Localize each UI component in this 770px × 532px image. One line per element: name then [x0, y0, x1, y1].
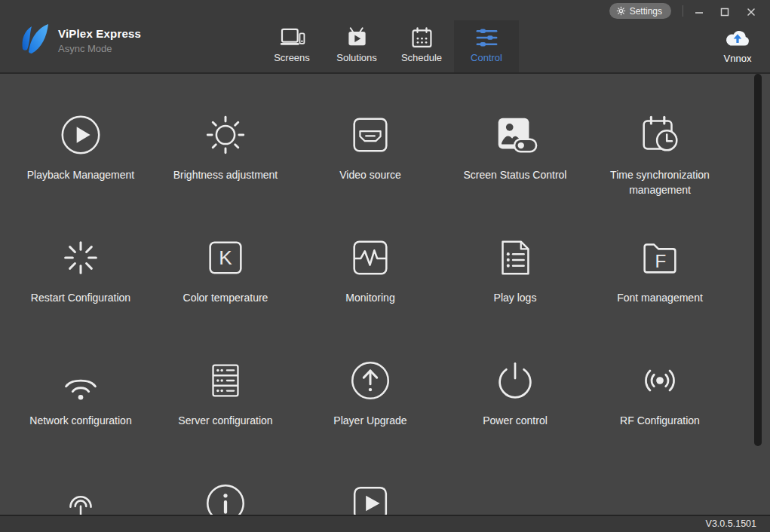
grid-item-video-source[interactable]: Video source [298, 74, 443, 197]
maximize-icon [720, 8, 729, 17]
grid-item-network-configuration[interactable]: Network configuration [8, 320, 153, 442]
app-title: ViPlex Express [58, 27, 141, 40]
brightness-icon [202, 112, 249, 158]
grid-item-label: Power control [483, 413, 548, 428]
grid-item-info[interactable] [153, 442, 298, 515]
minimize-button[interactable] [693, 6, 705, 18]
rf-icon [637, 357, 683, 404]
grid-item-label: Time synchronization management [593, 167, 727, 197]
tab-schedule[interactable]: Schedule [389, 20, 454, 72]
grid-item-label: Brightness adjustment [173, 167, 278, 182]
grid-item-playback-management[interactable]: Playback Management [8, 74, 153, 197]
monitoring-icon [347, 234, 394, 281]
font-management-icon [637, 234, 683, 281]
grid-item-label: Network configuration [29, 413, 131, 428]
grid-item-label: Monitoring [345, 290, 394, 305]
grid-item-font-management[interactable]: Font management [587, 197, 732, 320]
grid-item-label: Player Upgrade [333, 413, 406, 428]
viplex-logo-icon [17, 22, 53, 58]
grid-item-transmitter[interactable] [8, 442, 153, 515]
grid-item-label: Restart Configuration [31, 290, 130, 305]
grid-item-rf-configuration[interactable]: RF Configuration [587, 320, 732, 442]
grid-item-label: RF Configuration [620, 413, 700, 428]
schedule-icon [409, 26, 435, 50]
gear-icon [616, 6, 626, 16]
server-icon [202, 357, 249, 404]
grid-item-power-control[interactable]: Power control [443, 320, 587, 442]
grid-item-restart-configuration[interactable]: Restart Configuration [8, 197, 153, 320]
tab-screens[interactable]: Screens [259, 20, 324, 72]
tab-label: Screens [274, 52, 310, 63]
color-temperature-icon [202, 234, 249, 281]
grid-item-screen-status-control[interactable]: Screen Status Control [443, 74, 587, 197]
minimize-icon [695, 8, 704, 17]
version-label: V3.0.5.1501 [706, 518, 756, 529]
grid-item-label: Play logs [494, 290, 537, 305]
grid-item-time-synchronization-management[interactable]: Time synchronization management [587, 74, 732, 197]
time-sync-icon [637, 112, 683, 158]
grid-item-brightness-adjustment[interactable]: Brightness adjustment [153, 74, 298, 197]
video-source-icon [347, 112, 394, 158]
screen-status-icon [492, 112, 538, 158]
play-logs-icon [492, 234, 538, 281]
settings-label: Settings [630, 6, 662, 17]
info-icon [202, 480, 249, 515]
grid-item-play-box[interactable] [298, 442, 443, 515]
solutions-icon [344, 26, 370, 50]
grid-item-label: Playback Management [27, 167, 134, 182]
grid-item-player-upgrade[interactable]: Player Upgrade [298, 320, 443, 442]
close-icon [747, 8, 756, 17]
vnnox-cloud-button[interactable]: Vnnox [716, 28, 759, 64]
grid-item-label: Font management [617, 290, 703, 305]
control-grid: Playback ManagementBrightness adjustment… [8, 74, 732, 515]
vnnox-label: Vnnox [716, 53, 759, 64]
grid-item-label: Screen Status Control [464, 167, 567, 182]
grid-item-play-logs[interactable]: Play logs [443, 197, 587, 320]
header-bar: ViPlex Express Async Mode ScreensSolutio… [0, 0, 770, 74]
cloud-upload-icon [723, 28, 752, 48]
network-icon [57, 357, 104, 404]
control-panel: Playback ManagementBrightness adjustment… [0, 74, 770, 515]
viplex-express-window: ViPlex Express Async Mode ScreensSolutio… [0, 0, 770, 532]
tab-solutions[interactable]: Solutions [324, 20, 389, 72]
status-bar: V3.0.5.1501 [0, 515, 770, 532]
grid-item-monitoring[interactable]: Monitoring [298, 197, 443, 320]
power-icon [492, 357, 538, 404]
grid-item-label: Color temperature [183, 290, 268, 305]
playback-icon [57, 112, 104, 158]
grid-item-server-configuration[interactable]: Server configuration [153, 320, 298, 442]
titlebar-divider [683, 5, 683, 17]
tab-control[interactable]: Control [454, 20, 519, 72]
grid-item-label: Video source [339, 167, 400, 182]
grid-item-label: Server configuration [178, 413, 272, 428]
control-icon [474, 26, 500, 50]
restart-icon [57, 234, 104, 281]
screens-icon [279, 26, 305, 50]
player-upgrade-icon [347, 357, 394, 404]
tab-label: Schedule [401, 52, 442, 63]
transmitter-icon [57, 480, 104, 515]
app-mode-label: Async Mode [58, 43, 112, 54]
close-button[interactable] [745, 6, 757, 18]
play-box-icon [347, 480, 394, 515]
settings-button[interactable]: Settings [609, 3, 671, 19]
tab-label: Solutions [336, 52, 376, 63]
nav-tabs: ScreensSolutionsScheduleControl [259, 20, 519, 72]
vertical-scrollbar[interactable] [754, 74, 762, 446]
grid-item-color-temperature[interactable]: Color temperature [153, 197, 298, 320]
tab-label: Control [471, 52, 502, 63]
maximize-button[interactable] [719, 6, 731, 18]
